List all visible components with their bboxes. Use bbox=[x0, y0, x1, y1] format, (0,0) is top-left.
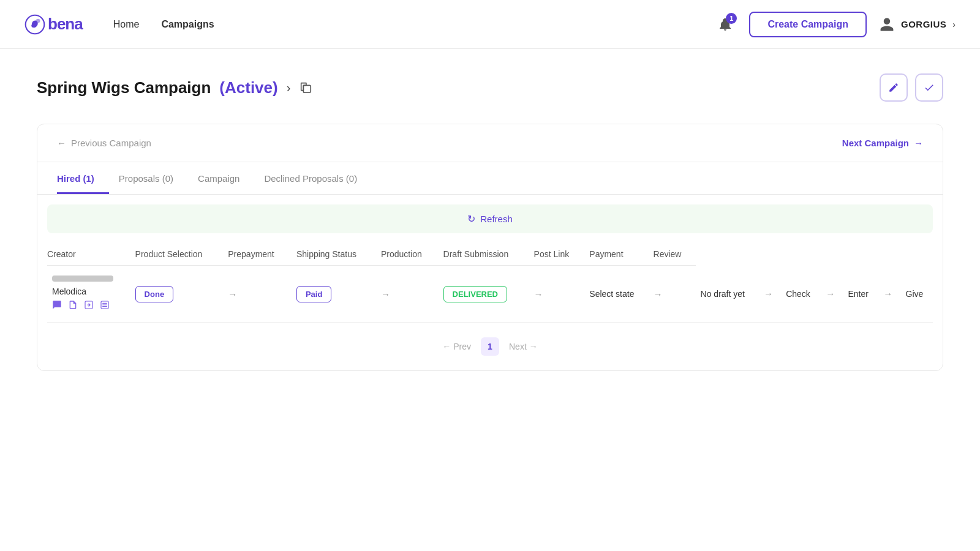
next-arrow-icon: → bbox=[914, 138, 923, 148]
checkmark-icon bbox=[924, 82, 935, 93]
notification-badge: 1 bbox=[726, 13, 737, 24]
tab-proposals[interactable]: Proposals (0) bbox=[119, 162, 188, 194]
logo-text: bena bbox=[48, 15, 83, 34]
table-header: Creator Product Selection Prepayment Shi… bbox=[47, 243, 933, 266]
tab-campaign[interactable]: Campaign bbox=[198, 162, 254, 194]
next-page-label: Next bbox=[509, 342, 527, 351]
prev-campaign-button[interactable]: ← Previous Campaign bbox=[57, 138, 151, 148]
cell-arrow-2: → bbox=[376, 266, 439, 323]
cell-arrow-1: → bbox=[223, 266, 292, 323]
copy-icon bbox=[299, 81, 312, 94]
next-page-arrow: → bbox=[529, 342, 538, 351]
col-production: Production bbox=[376, 243, 439, 266]
arrow-icon-7: → bbox=[883, 288, 892, 299]
refresh-bar[interactable]: ↻ Refresh bbox=[47, 204, 933, 233]
edit-button[interactable] bbox=[880, 73, 908, 102]
cell-draft-submission: No draft yet bbox=[696, 266, 759, 323]
cell-arrow-4: → bbox=[649, 266, 696, 323]
col-payment: Payment bbox=[584, 243, 648, 266]
arrow-icon-1: → bbox=[228, 289, 237, 299]
campaign-header: Spring Wigs Campaign (Active) › bbox=[37, 73, 943, 102]
cell-review[interactable]: Give bbox=[901, 266, 933, 323]
creator-list-icon[interactable] bbox=[100, 300, 110, 312]
nav-right: 1 Create Campaign GORGIUS › bbox=[714, 12, 956, 37]
copy-campaign-button[interactable] bbox=[299, 81, 312, 94]
table-row: Melodica bbox=[47, 266, 933, 323]
tabs-bar: Hired (1) Proposals (0) Campaign Decline… bbox=[37, 162, 943, 195]
prepayment-badge: Paid bbox=[296, 286, 331, 302]
refresh-icon: ↻ bbox=[467, 213, 475, 225]
creator-name: Melodica bbox=[52, 287, 126, 296]
creator-chat-icon[interactable] bbox=[52, 300, 62, 312]
next-campaign-button[interactable]: Next Campaign → bbox=[842, 138, 923, 148]
prev-page-label: Prev bbox=[453, 342, 471, 351]
arrow-icon-2: → bbox=[381, 289, 390, 299]
creator-action-icons bbox=[52, 300, 126, 312]
product-selection-badge: Done bbox=[135, 286, 174, 302]
cell-arrow-5: → bbox=[759, 266, 781, 323]
col-prepayment: Prepayment bbox=[223, 243, 292, 266]
campaign-nav-row: ← Previous Campaign Next Campaign → bbox=[37, 124, 943, 162]
campaign-dropdown-icon[interactable]: › bbox=[287, 81, 291, 95]
prev-page-button[interactable]: ← Prev bbox=[442, 342, 471, 351]
draft-submission-value: No draft yet bbox=[701, 289, 745, 299]
cell-arrow-3: → bbox=[529, 266, 585, 323]
prev-campaign-label: Previous Campaign bbox=[71, 138, 151, 148]
cell-payment[interactable]: Enter bbox=[843, 266, 878, 323]
cell-production[interactable]: Select state bbox=[584, 266, 648, 323]
shipping-badge: DELIVERED bbox=[443, 286, 507, 302]
cell-creator: Melodica bbox=[47, 266, 130, 323]
col-product-selection: Product Selection bbox=[130, 243, 224, 266]
col-draft-submission: Draft Submission bbox=[439, 243, 529, 266]
cell-product-selection: Done bbox=[130, 266, 224, 323]
table-wrapper: Creator Product Selection Prepayment Shi… bbox=[37, 243, 943, 323]
creator-avatar-bar bbox=[52, 276, 113, 282]
nav-links: Home Campaigns bbox=[113, 19, 690, 30]
confirm-button[interactable] bbox=[915, 73, 943, 102]
creator-share-icon[interactable] bbox=[84, 300, 94, 312]
next-page-button[interactable]: Next → bbox=[509, 342, 538, 351]
table-container: ← Previous Campaign Next Campaign → Hire… bbox=[37, 124, 943, 371]
cell-shipping-status: DELIVERED bbox=[439, 266, 529, 323]
review-value[interactable]: Give bbox=[906, 289, 924, 299]
user-area[interactable]: GORGIUS › bbox=[879, 17, 956, 32]
prev-page-arrow: ← bbox=[442, 342, 451, 351]
arrow-icon-4: → bbox=[654, 289, 663, 299]
arrow-icon-3: → bbox=[534, 289, 543, 299]
campaigns-table: Creator Product Selection Prepayment Shi… bbox=[47, 243, 933, 323]
col-shipping-status: Shipping Status bbox=[292, 243, 376, 266]
nav-link-home[interactable]: Home bbox=[113, 19, 140, 30]
col-post-link: Post Link bbox=[529, 243, 585, 266]
payment-value[interactable]: Enter bbox=[848, 289, 868, 299]
current-page-number[interactable]: 1 bbox=[481, 337, 499, 356]
campaign-title-area: Spring Wigs Campaign (Active) › bbox=[37, 78, 312, 97]
cell-prepayment: Paid bbox=[292, 266, 376, 323]
prev-arrow-icon: ← bbox=[57, 138, 66, 148]
user-icon bbox=[879, 17, 895, 32]
svg-rect-2 bbox=[304, 85, 311, 92]
arrow-icon-5: → bbox=[764, 288, 773, 299]
table-header-row: Creator Product Selection Prepayment Shi… bbox=[47, 243, 933, 266]
refresh-label: Refresh bbox=[480, 214, 513, 224]
campaign-title: Spring Wigs Campaign bbox=[37, 78, 211, 97]
creator-doc-icon[interactable] bbox=[68, 300, 78, 312]
post-link-value[interactable]: Check bbox=[786, 289, 810, 299]
next-campaign-label: Next Campaign bbox=[842, 138, 909, 148]
notification-button[interactable]: 1 bbox=[714, 13, 737, 36]
tab-hired[interactable]: Hired (1) bbox=[57, 162, 109, 194]
production-state-select[interactable]: Select state bbox=[589, 289, 634, 299]
create-campaign-button[interactable]: Create Campaign bbox=[749, 12, 867, 37]
cell-arrow-7: → bbox=[878, 266, 900, 323]
cell-arrow-6: → bbox=[821, 266, 843, 323]
tab-declined[interactable]: Declined Proposals (0) bbox=[264, 162, 372, 194]
user-name: GORGIUS bbox=[901, 19, 946, 29]
logo[interactable]: bena bbox=[24, 14, 83, 35]
nav-link-campaigns[interactable]: Campaigns bbox=[161, 19, 214, 30]
campaign-status: (Active) bbox=[219, 78, 277, 97]
cell-post-link[interactable]: Check bbox=[781, 266, 821, 323]
table-body: Melodica bbox=[47, 266, 933, 323]
pencil-icon bbox=[888, 82, 899, 93]
pagination: ← Prev 1 Next → bbox=[37, 323, 943, 370]
header-action-buttons bbox=[880, 73, 943, 102]
svg-point-1 bbox=[36, 18, 40, 23]
